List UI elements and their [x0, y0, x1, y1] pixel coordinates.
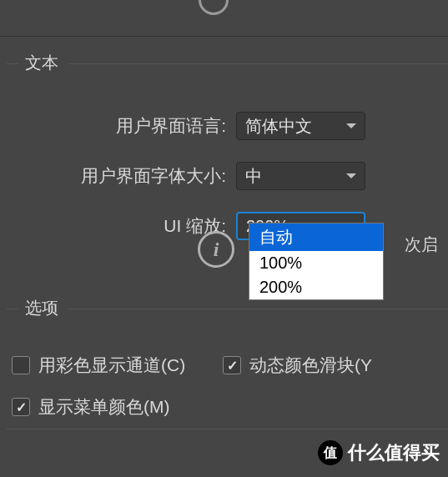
label-ui-scale: UI 缩放: — [7, 214, 236, 238]
section-title: 文本 — [25, 52, 58, 74]
watermark-text: 什么值得买 — [348, 440, 440, 465]
section-title: 选项 — [25, 297, 58, 319]
checkbox-box[interactable] — [12, 398, 30, 416]
select-ui-font-size[interactable]: 中 — [236, 162, 365, 190]
label-ui-language: 用户界面语言: — [7, 114, 236, 138]
dropdown-item-100[interactable]: 100% — [249, 251, 383, 275]
watermark: 值 什么值得买 — [318, 440, 440, 465]
info-icon: i — [198, 231, 234, 268]
select-value: 简体中文 — [245, 115, 312, 138]
checkbox-box[interactable] — [12, 356, 30, 374]
restart-hint: 次启 — [405, 233, 438, 256]
checkbox-dynamic-sliders[interactable]: 动态颜色滑块(Y — [223, 354, 372, 377]
select-value: 中 — [245, 165, 262, 188]
section-header-text: 文本 — [7, 52, 448, 77]
divider — [7, 429, 448, 429]
chevron-down-icon — [346, 173, 356, 178]
watermark-badge: 值 — [318, 440, 343, 465]
row-ui-font-size: 用户界面字体大小: 中 — [7, 158, 448, 193]
dropdown-item-200[interactable]: 200% — [249, 275, 383, 299]
checkbox-label: 动态颜色滑块(Y — [249, 354, 372, 377]
divider — [0, 36, 448, 37]
checkbox-label: 显示菜单颜色(M) — [38, 395, 169, 419]
dropdown-ui-scale[interactable]: 自动 100% 200% — [249, 223, 384, 300]
row-ui-language: 用户界面语言: 简体中文 — [7, 108, 448, 143]
checkbox-row-1: 用彩色显示通道(C) 动态颜色滑块(Y — [7, 354, 448, 377]
checkbox-label: 用彩色显示通道(C) — [38, 354, 185, 377]
chevron-down-icon — [346, 123, 356, 128]
label-ui-font-size: 用户界面字体大小: — [7, 164, 236, 188]
section-header-options: 选项 — [7, 297, 448, 322]
info-glyph: i — [214, 238, 219, 261]
checkbox-row-2: 显示菜单颜色(M) — [7, 395, 448, 419]
info-icon-partial — [199, 0, 229, 15]
checkbox-menu-colors[interactable]: 显示菜单颜色(M) — [12, 395, 169, 419]
checkbox-box[interactable] — [223, 356, 241, 374]
checkbox-color-channels[interactable]: 用彩色显示通道(C) — [12, 354, 185, 377]
section-options: 选项 用彩色显示通道(C) 动态颜色滑块(Y 显示菜单颜色(M) — [7, 297, 448, 437]
dropdown-item-auto[interactable]: 自动 — [249, 223, 383, 251]
select-ui-language[interactable]: 简体中文 — [236, 112, 365, 140]
